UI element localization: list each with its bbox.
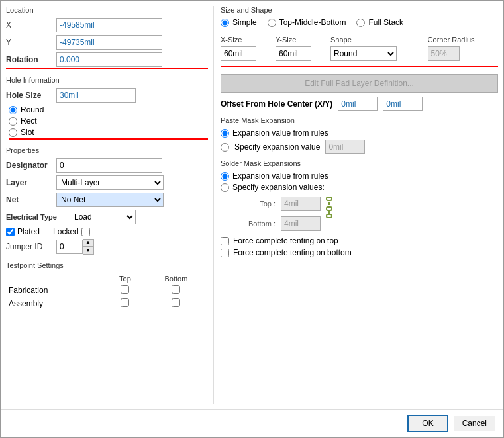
- spinner-buttons: ▲ ▼: [83, 239, 94, 255]
- chain-link-bottom: [326, 206, 332, 211]
- plated-label: Plated: [17, 227, 40, 236]
- edit-full-pad-button[interactable]: Edit Full Pad Layer Definition...: [221, 74, 498, 93]
- hole-size-input[interactable]: [56, 88, 136, 103]
- hole-size-row: Hole Size: [6, 88, 208, 103]
- stack-radio-group: Simple Top-Middle-Bottom Full Stack: [221, 18, 498, 29]
- layer-select[interactable]: Multi-Layer: [56, 175, 164, 190]
- x-label: X: [6, 21, 52, 30]
- fabrication-bottom-checkbox[interactable]: [172, 285, 180, 294]
- designator-input[interactable]: [56, 158, 162, 173]
- plated-checkbox-item: Plated: [6, 227, 40, 236]
- x-input[interactable]: [56, 18, 162, 32]
- x-row: X: [6, 18, 208, 32]
- top-bottom-inputs-container: Top : Bottom :: [221, 194, 498, 231]
- force-bottom-tenting-label: Force complete tenting on bottom: [233, 248, 352, 257]
- spinner-up-button[interactable]: ▲: [83, 240, 93, 247]
- paste-mask-section: Paste Mask Expansion Expansion value fro…: [221, 116, 498, 154]
- full-stack-radio-row: Full Stack: [356, 18, 403, 27]
- rect-radio[interactable]: [9, 117, 17, 126]
- hole-info-section: Hole Information Hole Size Round Rect: [6, 76, 208, 140]
- top-middle-bottom-label: Top-Middle-Bottom: [279, 18, 346, 27]
- cancel-button[interactable]: Cancel: [454, 416, 495, 431]
- ok-button[interactable]: OK: [407, 415, 448, 432]
- round-label: Round: [21, 105, 44, 114]
- xsize-header: X-Size: [221, 34, 276, 45]
- dialog: Location X Y Rotation Hole Information: [0, 0, 504, 438]
- net-select[interactable]: No Net: [56, 193, 164, 207]
- assembly-top-checkbox[interactable]: [121, 298, 129, 307]
- chain-icon: [326, 197, 332, 218]
- electrical-type-row: Electrical Type Load: [6, 210, 208, 224]
- offset-y-input[interactable]: [383, 97, 423, 111]
- offset-row: Offset From Hole Center (X/Y): [221, 97, 498, 111]
- solder-specify-radio[interactable]: [221, 183, 229, 192]
- bottom-label: Bottom :: [246, 220, 276, 228]
- size-shape-section: Size and Shape Simple Top-Middle-Bottom …: [221, 6, 498, 111]
- solder-expansion-from-rules-row: Expansion value from rules: [221, 171, 498, 181]
- testpoint-bottom-header: Bottom: [144, 273, 208, 284]
- round-radio-row: Round: [9, 105, 208, 114]
- locked-checkbox[interactable]: [81, 228, 90, 236]
- assembly-bottom-checkbox[interactable]: [172, 298, 180, 307]
- top-label: Top :: [246, 200, 276, 208]
- xsize-input[interactable]: [221, 46, 256, 61]
- top-middle-bottom-radio[interactable]: [268, 19, 276, 27]
- force-top-tenting-row: Force complete tenting on top: [221, 236, 498, 245]
- jumper-id-input[interactable]: [56, 240, 83, 254]
- chain-link-middle: [326, 214, 332, 218]
- corner-radius-input[interactable]: [428, 46, 460, 61]
- specify-expansion-input[interactable]: [325, 140, 365, 154]
- offset-x-input[interactable]: [338, 97, 378, 111]
- full-stack-label: Full Stack: [368, 18, 403, 27]
- ysize-header: Y-Size: [276, 34, 330, 45]
- location-section: Location X Y Rotation: [6, 6, 208, 69]
- top-bottom-inputs: Top : Bottom :: [232, 194, 321, 231]
- right-panel: Size and Shape Simple Top-Middle-Bottom …: [213, 6, 498, 404]
- rotation-input[interactable]: [56, 52, 162, 67]
- solder-mask-radio-group: Expansion value from rules Specify expan…: [221, 171, 498, 231]
- top-input-row: Top :: [246, 197, 321, 211]
- fabrication-row: Fabrication: [6, 284, 208, 297]
- y-input[interactable]: [56, 35, 162, 50]
- rect-radio-row: Rect: [9, 116, 208, 126]
- chain-connector: [328, 202, 330, 205]
- bottom-input[interactable]: [281, 216, 321, 231]
- electrical-type-select[interactable]: Load: [70, 210, 136, 224]
- rect-label: Rect: [21, 116, 37, 126]
- jumper-id-row: Jumper ID ▲ ▼: [6, 239, 208, 255]
- force-bottom-tenting-checkbox[interactable]: [221, 249, 229, 257]
- plated-checkbox[interactable]: [6, 228, 15, 236]
- testpoint-top-header: Top: [106, 273, 144, 284]
- solder-expansion-from-rules-label: Expansion value from rules: [232, 171, 328, 181]
- top-input[interactable]: [281, 197, 321, 211]
- solder-expansion-from-rules-radio[interactable]: [221, 172, 229, 181]
- slot-radio-row: Slot: [9, 128, 208, 140]
- full-stack-radio[interactable]: [356, 19, 365, 27]
- designator-row: Designator: [6, 158, 208, 173]
- plated-locked-row: Plated Locked: [6, 227, 208, 236]
- force-bottom-tenting-row: Force complete tenting on bottom: [221, 248, 498, 257]
- round-radio[interactable]: [9, 106, 17, 114]
- solder-mask-title: Solder Mask Expansions: [221, 159, 498, 167]
- chain-link-top: [326, 197, 332, 201]
- locked-checkbox-item: Locked: [53, 227, 90, 236]
- fabrication-label: Fabrication: [6, 284, 106, 297]
- corner-radius-header: Corner Radius: [428, 34, 498, 45]
- force-top-tenting-checkbox[interactable]: [221, 237, 229, 245]
- slot-radio[interactable]: [9, 128, 17, 137]
- simple-radio[interactable]: [221, 19, 229, 27]
- fabrication-top-checkbox[interactable]: [121, 285, 129, 294]
- shape-select[interactable]: Round Rectangular Oval: [330, 46, 397, 61]
- shape-header: Shape: [330, 34, 428, 45]
- ysize-input[interactable]: [276, 46, 311, 61]
- y-row: Y: [6, 35, 208, 50]
- specify-expansion-radio[interactable]: [221, 143, 229, 152]
- expansion-from-rules-radio[interactable]: [221, 129, 229, 138]
- y-label: Y: [6, 38, 52, 47]
- size-shape-title: Size and Shape: [221, 6, 498, 14]
- rotation-label: Rotation: [6, 55, 52, 64]
- net-row: Net No Net: [6, 193, 208, 207]
- expansion-from-rules-label: Expansion value from rules: [232, 128, 328, 138]
- spinner-down-button[interactable]: ▼: [83, 247, 93, 254]
- layer-row: Layer Multi-Layer: [6, 175, 208, 190]
